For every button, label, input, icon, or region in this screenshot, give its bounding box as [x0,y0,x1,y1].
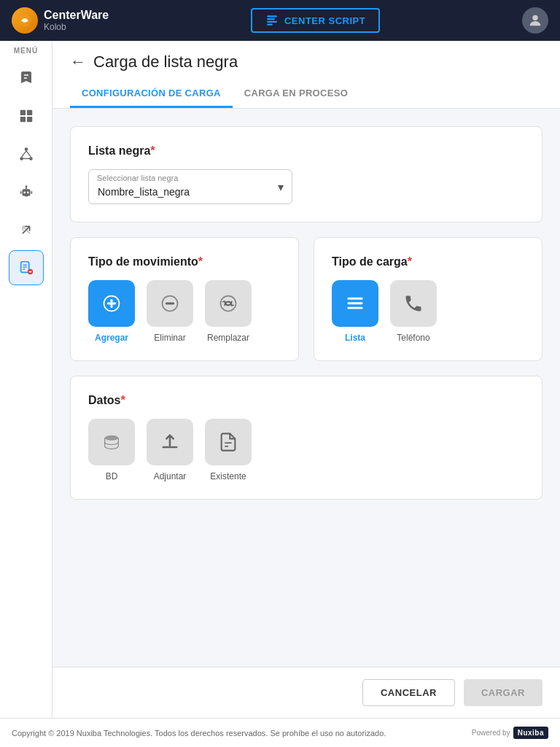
svg-line-14 [26,151,31,157]
movement-load-row: Tipo de movimiento* Agregar [70,237,542,376]
tipo-movimiento-group: Agregar Eliminar [88,280,281,343]
telefono-label: Teléfono [397,333,429,343]
lista-negra-title: Lista negra* [88,144,524,158]
center-script-button[interactable]: CENTER SCRIPT [251,8,380,33]
svg-rect-9 [26,117,31,122]
telefono-wrapper[interactable]: Teléfono [390,280,437,343]
logo: CenterWare Kolob [12,7,109,34]
eliminar-button[interactable] [147,280,193,327]
tipo-movimiento-card: Tipo de movimiento* Agregar [70,237,299,361]
tipo-carga-group: Lista Teléfono [332,280,524,343]
sidebar-item-arrows[interactable] [9,212,44,247]
svg-rect-3 [267,21,277,23]
back-button[interactable]: ← [70,54,86,70]
nuxiba-logo: Nuxiba [513,727,548,739]
sidebar-item-blacklist[interactable] [9,250,44,285]
replace-icon [218,293,238,314]
upload-icon [160,432,180,452]
script-icon [265,14,279,27]
svg-rect-23 [31,191,32,194]
sidebar-item-network[interactable] [9,136,44,171]
telefono-button[interactable] [390,280,437,327]
form-area: Lista negra* Seleccionar lista negra Nom… [52,109,560,667]
svg-point-39 [105,436,119,441]
tipo-carga-title: Tipo de carga* [332,255,524,268]
svg-rect-37 [348,302,363,304]
sidebar-item-dashboard[interactable] [9,98,44,133]
lista-negra-card: Lista negra* Seleccionar lista negra Nom… [70,126,542,222]
agregar-wrapper[interactable]: Agregar [88,280,135,343]
header: CenterWare Kolob CENTER SCRIPT [0,0,560,41]
remplazar-label: Remplazar [207,333,249,343]
footer-copyright: Copyright © 2019 Nuxiba Technologies. To… [0,718,560,747]
existente-wrapper[interactable]: Existente [205,419,252,481]
database-icon [101,432,122,452]
datos-group: BD Adjuntar [88,419,524,481]
svg-rect-2 [267,18,275,20]
page-header: ← Carga de lista negra CONFIGURACIÓN DE … [52,41,560,109]
phone-icon [403,293,424,314]
lista-button[interactable] [332,280,378,327]
network-icon [18,146,34,162]
arrows-icon [18,222,34,238]
svg-rect-16 [22,189,30,196]
main-layout: MENÚ [0,41,560,718]
breadcrumb: ← Carga de lista negra [70,53,542,71]
sidebar: MENÚ [0,41,52,718]
agregar-button[interactable] [88,280,135,327]
load-button[interactable]: CARGAR [464,679,542,706]
lista-negra-select-wrapper: Seleccionar lista negra Nombre_lista_neg… [88,169,292,204]
lista-wrapper[interactable]: Lista [332,280,378,343]
lista-label: Lista [345,333,365,343]
copyright-text: Copyright © 2019 Nuxiba Technologies. To… [12,729,386,738]
existente-label: Existente [210,471,246,481]
tab-carga-proceso[interactable]: CARGA EN PROCESO [233,80,359,108]
tabs: CONFIGURACIÓN DE CARGA CARGA EN PROCESO [70,80,542,108]
tab-configuracion[interactable]: CONFIGURACIÓN DE CARGA [70,80,233,108]
person-icon [527,12,543,28]
remove-icon [160,293,180,314]
sidebar-item-tags[interactable] [9,61,44,96]
svg-rect-4 [267,24,273,26]
robot-icon [18,184,34,200]
tipo-carga-card: Tipo de carga* Lista [314,237,542,361]
cancel-button[interactable]: CANCELAR [362,679,455,706]
svg-point-35 [221,296,236,311]
remplazar-wrapper[interactable]: Remplazar [205,280,252,343]
svg-point-17 [23,192,26,194]
svg-rect-1 [267,15,277,17]
sidebar-item-robot[interactable] [9,174,44,209]
bd-button[interactable] [88,419,135,465]
logo-icon [12,7,38,34]
svg-point-21 [25,185,27,187]
datos-card: Datos* BD [70,376,542,500]
logo-text: CenterWare Kolob [44,8,109,33]
svg-point-10 [24,147,28,151]
svg-rect-7 [26,110,31,115]
powered-by: Powered by Nuxiba [472,727,548,739]
adjuntar-wrapper[interactable]: Adjuntar [147,419,193,481]
main-content: ← Carga de lista negra CONFIGURACIÓN DE … [52,41,560,718]
svg-rect-6 [20,110,25,115]
adjuntar-button[interactable] [147,419,193,465]
blacklist-icon [18,260,34,276]
svg-rect-36 [348,298,363,300]
svg-rect-22 [20,191,21,194]
remplazar-button[interactable] [205,280,252,327]
datos-title: Datos* [88,394,524,407]
bd-wrapper[interactable]: BD [88,419,135,481]
agregar-label: Agregar [95,333,128,343]
footer-actions: CANCELAR CARGAR [52,667,560,718]
eliminar-wrapper[interactable]: Eliminar [147,280,193,343]
svg-point-18 [26,192,28,194]
list-icon [345,293,365,314]
page-title: Carga de lista negra [93,53,238,71]
tags-icon [18,69,35,87]
file-icon [218,432,238,452]
tipo-movimiento-title: Tipo de movimiento* [88,255,281,268]
existente-button[interactable] [205,419,252,465]
svg-rect-19 [25,196,28,197]
user-avatar[interactable] [522,7,548,34]
menu-label: MENÚ [14,47,38,55]
eliminar-label: Eliminar [154,333,185,343]
